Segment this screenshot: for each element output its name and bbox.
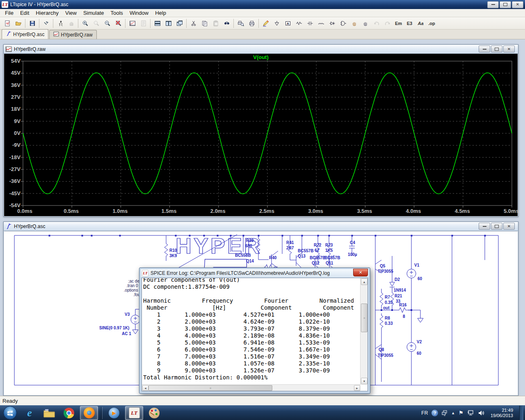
restore-gadget-icon[interactable] (442, 410, 447, 416)
volume-icon[interactable] (478, 410, 484, 416)
run-button[interactable] (55, 18, 66, 29)
restore-button[interactable] (491, 46, 502, 52)
diode-button[interactable] (326, 18, 338, 29)
mirror-button[interactable]: Em (393, 18, 404, 29)
schematic-label[interactable]: Q5 (380, 264, 386, 268)
schematic-label[interactable]: BC557B (310, 256, 325, 260)
horizontal-scrollbar[interactable]: ◄ ► ≡ (142, 384, 361, 391)
schematic-label[interactable]: 0.33 (385, 300, 393, 305)
zoom-in-button[interactable] (80, 18, 91, 29)
schematic-label[interactable]: 2K7 (286, 246, 294, 250)
move-button[interactable] (349, 18, 360, 29)
control-panel-button[interactable] (41, 18, 52, 29)
tile-horizontal-button[interactable] (152, 18, 163, 29)
schematic-label[interactable]: 8 (403, 314, 405, 319)
schematic-label[interactable]: Q13 (298, 254, 306, 258)
taskbar-firefox-icon[interactable] (80, 406, 98, 420)
open-button[interactable] (13, 18, 24, 29)
restore-button[interactable] (500, 1, 511, 8)
schematic-label[interactable]: 100µ (348, 252, 357, 257)
ground-button[interactable] (271, 18, 282, 29)
schematic-label[interactable]: R23 (325, 243, 333, 247)
label-net-button[interactable]: A (282, 18, 293, 29)
schematic-label[interactable]: R16 (399, 303, 407, 307)
schematic-label[interactable]: BC557B (324, 256, 340, 260)
schematic-label[interactable]: R21 (395, 294, 402, 298)
schematic-label[interactable]: 680 (245, 244, 252, 248)
copy-button[interactable] (199, 18, 210, 29)
schematic-label[interactable]: 1K5 (325, 248, 333, 253)
dialog-titlebar[interactable]: LT SPICE Error Log: C:\Program Files\LTC… (141, 269, 369, 277)
schematic-label[interactable]: out (383, 306, 390, 310)
plot-settings-button[interactable] (127, 18, 138, 29)
schematic-label[interactable]: 62 (315, 248, 320, 253)
taskbar-paint-icon[interactable] (146, 406, 163, 420)
schematic-label[interactable]: C4 (350, 240, 355, 245)
schematic-label[interactable]: TIP3055 (378, 269, 393, 274)
dialog-close-button[interactable]: ✕ (353, 269, 368, 276)
schematic-label[interactable]: 1N914 (394, 288, 406, 292)
network-icon[interactable] (467, 410, 474, 416)
schematic-label[interactable]: V3 (125, 312, 130, 317)
error-log-text[interactable]: Fourier components of V(out) DC componen… (142, 278, 354, 381)
save-button[interactable] (27, 18, 38, 29)
print-button[interactable] (246, 18, 257, 29)
action-center-flag-icon[interactable]: ⚑ (459, 410, 463, 416)
main-titlebar[interactable]: LT LTspice IV - HYperBrQ.asc ✕ (0, 0, 525, 9)
schematic-label[interactable]: 60 (417, 351, 422, 356)
wire-button[interactable] (260, 18, 271, 29)
resistor-button[interactable] (293, 18, 304, 29)
taskbar-media-player-icon[interactable]: ▶ (105, 406, 123, 420)
menu-window[interactable]: Window (126, 9, 152, 17)
menu-file[interactable]: File (2, 9, 17, 17)
scroll-left-arrow[interactable]: ◄ (142, 385, 148, 391)
vertical-scrollbar[interactable]: ▲ ▼ ≡ (360, 278, 368, 385)
schematic-label[interactable]: BC558B (235, 253, 251, 258)
schematic-label[interactable]: R7 (385, 295, 390, 299)
schematic-label[interactable]: R41 (286, 240, 294, 245)
taskbar-windows-explorer-icon[interactable] (41, 406, 58, 420)
component-button[interactable] (338, 18, 349, 29)
capacitor-button[interactable] (304, 18, 315, 29)
help-icon[interactable]: ? (431, 410, 438, 416)
waveform-plot[interactable]: V(out)54V45V36V27V18V9V0V-9V-18V-27V-36V… (4, 54, 518, 216)
find-button[interactable] (221, 18, 232, 29)
schematic-label[interactable]: R40 (269, 256, 277, 260)
taskbar-clock[interactable]: 21:49 19/06/2013 (488, 408, 516, 418)
schematic-label[interactable]: AC 1 (122, 331, 131, 336)
scroll-up-arrow[interactable]: ▲ (361, 278, 368, 285)
schematic-label[interactable]: Q11 (326, 261, 333, 265)
schematic-label[interactable]: Q8 (379, 347, 384, 352)
close-button[interactable]: ✕ (503, 46, 515, 52)
close-button[interactable]: ✕ (512, 1, 523, 8)
schematic-label[interactable]: 3K9 (169, 253, 177, 258)
taskbar-internet-explorer-icon[interactable]: e (21, 406, 38, 420)
minimize-button[interactable] (479, 46, 490, 52)
schematic-label[interactable]: R22 (314, 243, 322, 247)
menu-view[interactable]: View (62, 9, 80, 17)
drag-button[interactable] (360, 18, 371, 29)
schematic-label[interactable]: 0.33 (385, 321, 393, 326)
restore-button[interactable] (491, 223, 502, 230)
menu-tools[interactable]: Tools (107, 9, 126, 17)
tab-hyperbrq.raw[interactable]: HYperBrQ.raw (49, 30, 96, 39)
inductor-button[interactable] (315, 18, 326, 29)
hidden-icons-arrow[interactable]: ▲ (451, 411, 455, 415)
schematic-label[interactable]: D2 (395, 277, 400, 282)
zoom-out-button[interactable] (102, 18, 113, 29)
schematic-label[interactable]: R39 (246, 238, 254, 243)
rotate-button[interactable]: E3 (404, 18, 415, 29)
text-button[interactable]: Aa (415, 18, 426, 29)
schematic-label[interactable]: R8 (385, 316, 390, 320)
minimize-button[interactable] (479, 223, 490, 230)
menu-edit[interactable]: Edit (17, 9, 32, 17)
show-desktop-button[interactable] (519, 406, 523, 420)
schematic-label[interactable]: R10 (169, 248, 177, 253)
schematic-label[interactable]: Q14 (246, 259, 254, 263)
minimize-button[interactable] (487, 1, 499, 8)
menu-hierarchy[interactable]: Hierarchy (32, 9, 62, 17)
start-button[interactable] (1, 406, 18, 420)
taskbar-chrome-icon[interactable] (60, 406, 78, 420)
menu-simulate[interactable]: Simulate (80, 9, 107, 17)
taskbar-ltspice-icon[interactable]: LT (125, 406, 143, 420)
